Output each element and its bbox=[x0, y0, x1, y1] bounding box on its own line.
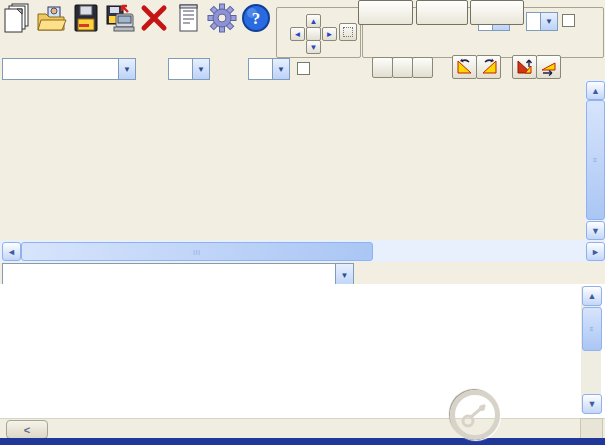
move-down-button[interactable]: ▼ bbox=[306, 40, 321, 54]
chevron-down-icon[interactable]: ▼ bbox=[540, 13, 557, 30]
open-folder-icon[interactable] bbox=[36, 2, 68, 34]
matrix-hscroll-thumb[interactable]: ||| bbox=[21, 242, 373, 261]
flip-vertical-icon bbox=[516, 58, 534, 76]
flip-horizontal-button[interactable] bbox=[536, 55, 561, 79]
rotate-right-icon bbox=[480, 58, 498, 76]
char-height-select[interactable]: ▼ bbox=[248, 58, 290, 80]
notes-icon[interactable] bbox=[172, 2, 204, 34]
text-input-value bbox=[3, 275, 335, 277]
bottom-edge-bar bbox=[0, 438, 605, 445]
scroll-up-icon[interactable]: ▲ bbox=[586, 81, 605, 100]
height-value bbox=[527, 21, 540, 23]
hex-vertical-scrollbar[interactable]: ▲ ≡ ▼ bbox=[581, 286, 601, 412]
proportional-scale-checkbox[interactable] bbox=[297, 62, 310, 75]
scroll-right-icon[interactable]: ► bbox=[586, 242, 605, 261]
move-left-button[interactable]: ◄ bbox=[290, 27, 305, 41]
matrix-vertical-scrollbar[interactable]: ▲ ≡ ▼ bbox=[585, 80, 605, 240]
chevron-down-icon[interactable]: ▼ bbox=[192, 59, 209, 79]
hex-vscroll-thumb[interactable]: ≡ bbox=[582, 307, 602, 351]
font-family-value bbox=[3, 68, 118, 70]
char-height-value bbox=[249, 68, 272, 70]
move-up-button[interactable]: ▲ bbox=[306, 14, 321, 28]
char-width-value bbox=[169, 68, 192, 70]
rotate-left-button[interactable] bbox=[452, 55, 477, 79]
output-area bbox=[0, 284, 605, 418]
delete-icon[interactable] bbox=[138, 2, 170, 34]
underline-button[interactable] bbox=[412, 57, 433, 78]
scroll-down-icon[interactable]: ▼ bbox=[582, 394, 602, 414]
chevron-down-icon[interactable]: ▼ bbox=[118, 59, 135, 79]
rotate-right-button[interactable] bbox=[476, 55, 501, 79]
help-icon[interactable]: ? bbox=[240, 2, 272, 34]
char-width-select[interactable]: ▼ bbox=[168, 58, 210, 80]
frame-select-button[interactable] bbox=[339, 23, 357, 41]
scroll-up-icon[interactable]: ▲ bbox=[582, 286, 602, 306]
save-icon[interactable] bbox=[70, 2, 102, 34]
new-document-icon[interactable] bbox=[2, 2, 34, 34]
generate-font-button[interactable] bbox=[358, 0, 413, 25]
scrollbar-corner bbox=[580, 418, 603, 440]
settings-gear-icon[interactable] bbox=[206, 2, 238, 34]
svg-text:?: ? bbox=[252, 9, 261, 28]
matrix-vscroll-thumb[interactable]: ≡ bbox=[586, 100, 605, 220]
bottom-scrollbar[interactable] bbox=[0, 418, 605, 439]
scroll-left-button[interactable]: < bbox=[6, 420, 48, 439]
font-bitmap-generator-window: ? ▲ ◄ ► ▼ ▼ ▼ ▼ ▼ ▼ bbox=[0, 0, 605, 445]
reset-position-button[interactable] bbox=[306, 27, 321, 41]
clear-data-button[interactable] bbox=[470, 0, 524, 25]
save-as-icon[interactable] bbox=[104, 2, 136, 34]
height-select[interactable]: ▼ bbox=[526, 12, 558, 31]
move-right-button[interactable]: ► bbox=[322, 27, 337, 41]
dotted-frame-icon bbox=[343, 27, 353, 37]
flip-horizontal-icon bbox=[540, 58, 558, 76]
save-font-button[interactable] bbox=[416, 0, 468, 25]
flip-vertical-button[interactable] bbox=[512, 55, 537, 79]
chevron-down-icon[interactable]: ▼ bbox=[272, 59, 289, 79]
rotate-left-icon bbox=[456, 58, 474, 76]
lock-checkbox[interactable] bbox=[562, 14, 575, 27]
scroll-left-icon[interactable]: ◄ bbox=[2, 242, 21, 261]
elecfans-logo-icon bbox=[450, 390, 500, 440]
font-family-select[interactable]: ▼ bbox=[2, 58, 136, 80]
italic-button[interactable] bbox=[392, 57, 413, 78]
led-matrix-grid[interactable] bbox=[0, 80, 585, 240]
matrix-horizontal-scrollbar[interactable]: ◄ ||| ► bbox=[0, 240, 605, 262]
bold-button[interactable] bbox=[372, 57, 393, 78]
scroll-down-icon[interactable]: ▼ bbox=[586, 221, 605, 240]
